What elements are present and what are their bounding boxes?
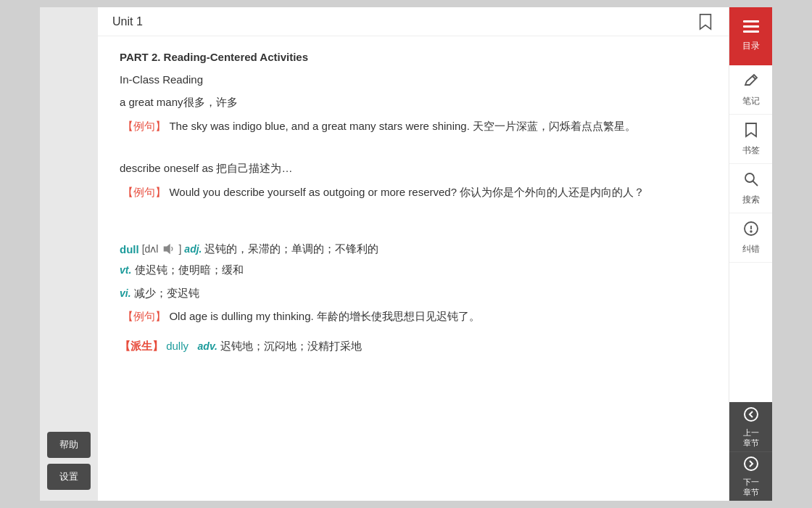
word-pos-2: vt.: [120, 264, 131, 276]
svg-line-6: [753, 181, 758, 186]
toc-label: 目录: [742, 40, 760, 52]
correction-icon: [743, 221, 759, 240]
next-chapter-button[interactable]: 下一章节: [729, 451, 772, 501]
top-bar: Unit 1: [98, 7, 729, 36]
bookmark-label: 书签: [742, 144, 760, 157]
svg-point-10: [745, 408, 758, 421]
derived-pos: adv.: [198, 340, 218, 352]
svg-rect-1: [743, 20, 759, 22]
svg-rect-2: [743, 25, 759, 28]
sub-heading: In-Class Reading: [120, 73, 707, 86]
derived-tag: 【派生】: [120, 340, 163, 352]
word-main-line: dull [dʌl ] adj. 迟钝的，呆滞的；单调的；不锋利的: [120, 242, 707, 256]
svg-point-9: [750, 231, 752, 232]
example-2: 【例句】 Would you describe yourself as outg…: [120, 183, 707, 202]
word-example: 【例句】 Old age is dulling my thinking. 年龄的…: [120, 307, 707, 326]
derived-word: dully: [166, 340, 188, 352]
arrow-left-icon: [743, 406, 759, 426]
bookmark-sidebar-button[interactable]: 书签: [729, 115, 772, 164]
notes-label: 笔记: [742, 95, 760, 107]
search-icon: [743, 171, 759, 191]
word-line-vt: vt. 使迟钝；使明暗；缓和: [120, 261, 707, 279]
example-text-1: The sky was indigo blue, and a great man…: [169, 120, 636, 132]
correction-button[interactable]: 纠错: [729, 213, 772, 263]
word-pos-1: adj.: [184, 243, 202, 255]
word-headword: dull: [120, 243, 139, 255]
phrase-1: a great many很多，许多: [120, 96, 707, 110]
help-button[interactable]: 帮助: [47, 432, 91, 458]
bookmark-sidebar-icon: [745, 122, 758, 142]
bookmark-button[interactable]: [697, 12, 714, 32]
prev-chapter-button[interactable]: 上一章节: [729, 402, 772, 451]
settings-button[interactable]: 设置: [47, 464, 91, 490]
word-phonetic-close: ]: [178, 243, 181, 255]
word-derived: 【派生】 dully adv. 迟钝地；沉闷地；没精打采地: [120, 337, 707, 356]
right-sidebar: 目录 笔记 书签: [729, 7, 772, 501]
example-1: 【例句】 The sky was indigo blue, and a grea…: [120, 117, 707, 136]
main-content: Unit 1 PART 2. Reading-Centered Activiti…: [98, 7, 729, 501]
word-example-tag: 【例句】: [123, 310, 166, 322]
word-def-1: 迟钝的，呆滞的；单调的；不锋利的: [204, 242, 378, 256]
section-heading: PART 2. Reading-Centered Activities: [120, 51, 707, 63]
phrase-2: describe oneself as 把自己描述为…: [120, 162, 707, 176]
word-def-3: 减少；变迟钝: [134, 287, 199, 299]
search-sidebar-button[interactable]: 搜索: [729, 164, 772, 213]
correction-label: 纠错: [742, 243, 760, 255]
audio-button[interactable]: [161, 242, 175, 256]
arrow-right-icon: [743, 456, 759, 475]
next-label: 下一章节: [743, 477, 759, 498]
content-area: PART 2. Reading-Centered Activities In-C…: [98, 36, 729, 501]
page-title: Unit 1: [112, 15, 143, 28]
derived-def: 迟钝地；沉闷地；没精打采地: [220, 340, 362, 352]
prev-label: 上一章节: [743, 427, 759, 448]
word-line-vi: vi. 减少；变迟钝: [120, 284, 707, 303]
toc-button[interactable]: 目录: [729, 7, 772, 65]
notes-button[interactable]: 笔记: [729, 65, 772, 115]
word-def-2: 使迟钝；使明暗；缓和: [135, 263, 244, 276]
svg-marker-0: [164, 244, 170, 254]
word-pos-3: vi.: [120, 287, 131, 299]
svg-rect-3: [743, 30, 759, 33]
search-label: 搜索: [742, 194, 760, 206]
word-example-text: Old age is dulling my thinking. 年龄的增长使我思…: [169, 310, 479, 322]
example-tag-2: 【例句】: [123, 186, 166, 198]
left-panel: 帮助 设置: [40, 7, 98, 501]
word-phonetic: [dʌl: [142, 243, 159, 255]
svg-point-11: [745, 457, 758, 470]
example-tag-1: 【例句】: [123, 120, 166, 132]
edit-icon: [743, 73, 759, 92]
menu-icon: [743, 20, 759, 37]
svg-point-5: [745, 173, 754, 182]
example-text-2: Would you describe yourself as outgoing …: [169, 186, 645, 198]
word-entry-dull: dull [dʌl ] adj. 迟钝的，呆滞的；单调的；不锋利的: [120, 242, 707, 356]
